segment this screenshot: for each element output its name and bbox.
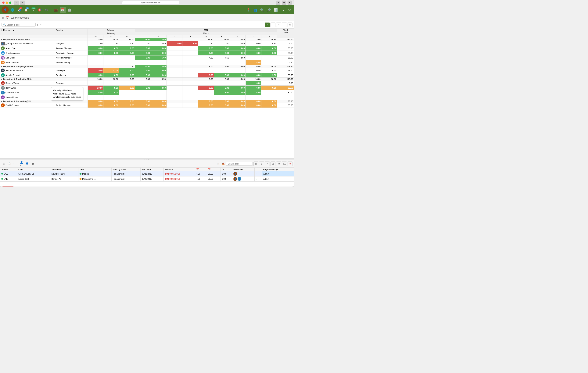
bottom-31-btn[interactable]: 31 bbox=[271, 162, 275, 166]
user-search-icon[interactable]: 🔎 bbox=[266, 7, 272, 13]
th-client: Client bbox=[17, 167, 50, 171]
minimize-button[interactable] bbox=[6, 1, 8, 4]
bottom-row-2[interactable]: 1718 Alpine Bank Banner Ad Manage the ..… bbox=[0, 176, 294, 182]
dp-9: 18.00 bbox=[262, 78, 277, 81]
row2-end: 15 03/02/2018 bbox=[164, 176, 195, 182]
settings-icon[interactable]: ⚙ bbox=[286, 7, 293, 13]
dept-consult-name: ▾ Department: Consulting(1 it... bbox=[0, 100, 55, 103]
collapse-icon-3[interactable]: ▾ bbox=[1, 78, 2, 80]
row1-job-no: 1703 bbox=[0, 171, 17, 176]
maximize-button[interactable] bbox=[9, 1, 11, 4]
anxo-4 bbox=[182, 46, 198, 51]
capacity-tooltip: Capacity: 8.00 hours Work hours: 11.00 h… bbox=[51, 87, 83, 101]
anxo-pos: Account Manager bbox=[55, 46, 87, 51]
print-icon[interactable]: 🖨 bbox=[280, 7, 286, 13]
people-icon[interactable]: 👥 bbox=[252, 7, 258, 13]
dco-9: 8.00 bbox=[262, 103, 277, 108]
new-tab-button[interactable]: ⧉ bbox=[282, 0, 286, 5]
url-input[interactable]: agency.workbook.net bbox=[122, 1, 179, 4]
bottom-90-btn[interactable]: 90 bbox=[276, 162, 281, 166]
d-acc-7: 16.50 bbox=[230, 38, 245, 41]
bw-7: 9.00 bbox=[230, 86, 245, 90]
tooltip-capacity: Capacity: 8.00 hours bbox=[53, 89, 81, 92]
timer-icon[interactable]: ⏱0.00 bbox=[30, 7, 36, 13]
david-row: DC David Coloma Project Manager 8.00 8.0… bbox=[0, 103, 294, 108]
globe-icon[interactable]: 🌐 bbox=[10, 7, 16, 13]
cc-26: 6.00 bbox=[87, 90, 103, 95]
undo-icon[interactable]: ↩ bbox=[12, 162, 17, 166]
d-acc-8: 12.00 bbox=[245, 38, 261, 41]
day-28: 28 bbox=[119, 35, 135, 38]
th-check bbox=[255, 167, 262, 171]
dco-27: 8.00 bbox=[104, 103, 119, 108]
alexander-avatar: AJ bbox=[1, 69, 5, 72]
schedule-icon[interactable]: 📅 bbox=[60, 7, 66, 13]
jm-total bbox=[277, 95, 294, 100]
mail-icon[interactable]: 📬4 bbox=[16, 7, 22, 13]
add-user-icon[interactable]: 👤+ bbox=[20, 162, 24, 166]
bottom-pane: ⎘ 📋 ↩ 👤+ 👤- 🗑 📋 📤 ⊞ 1 7 31 bbox=[0, 160, 294, 186]
end-date-1: 03/01/2018 bbox=[169, 173, 180, 175]
dc-1: 8.00 bbox=[135, 100, 151, 103]
user-avatar[interactable]: 👤 bbox=[1, 6, 9, 13]
peter-pos: Account Manag bbox=[55, 60, 87, 65]
cc-6: 6.00 bbox=[214, 90, 230, 95]
bottom-1-btn[interactable]: 1 bbox=[259, 162, 264, 166]
back-button[interactable]: ‹ bbox=[14, 0, 19, 5]
delete-icon[interactable]: 🗑 bbox=[31, 162, 35, 166]
remove-user-icon[interactable]: 👤- bbox=[25, 162, 30, 166]
bottom-7-btn[interactable]: 7 bbox=[265, 162, 270, 166]
forward-button[interactable]: › bbox=[20, 0, 25, 5]
pane-divider[interactable]: • • • bbox=[0, 158, 294, 160]
dco-3 bbox=[167, 103, 182, 108]
mar-label: March bbox=[135, 32, 277, 35]
dco-28: 8.00 bbox=[119, 103, 135, 108]
search-icon[interactable]: 🔍 bbox=[259, 7, 265, 13]
info-icon[interactable]: ℹ bbox=[37, 23, 38, 26]
dco-1: 8.00 bbox=[135, 103, 151, 108]
list-view-btn[interactable]: ☰ bbox=[282, 22, 287, 27]
paste-icon[interactable]: 📋 bbox=[7, 162, 11, 166]
filter-btn[interactable]: ⊟ bbox=[288, 22, 293, 27]
eye-icon[interactable]: 👁 bbox=[40, 23, 42, 26]
drag-icon[interactable]: ⣿ bbox=[1, 29, 2, 31]
schedule-table: ⣿ Resource ▲ Position February 2018 Tota… bbox=[0, 28, 294, 108]
target-icon[interactable]: 🎯 bbox=[37, 7, 43, 13]
checkmark-2: ✓ bbox=[256, 178, 257, 180]
close-button[interactable] bbox=[2, 1, 5, 4]
task-search-input[interactable] bbox=[226, 162, 253, 166]
ang-3 bbox=[167, 73, 182, 78]
briefcase-icon[interactable]: 💼 bbox=[53, 7, 59, 13]
week-view-btn[interactable]: 7 bbox=[271, 22, 275, 27]
d-acc-3 bbox=[167, 38, 182, 41]
bottom-365-btn[interactable]: 365 bbox=[282, 162, 287, 166]
grid-view-icon[interactable]: ⊞ bbox=[2, 16, 5, 19]
anxo-6: 6.00 bbox=[214, 46, 230, 51]
bottom-row-1[interactable]: 1703 Allen & Overy Llp New Brochure Desi… bbox=[0, 171, 294, 176]
report-icon[interactable]: 📊 bbox=[273, 7, 279, 13]
share-button[interactable]: ⬆ bbox=[276, 0, 280, 5]
collapse-icon-4[interactable]: ▾ bbox=[1, 100, 2, 103]
sidebar-toggle[interactable]: + bbox=[288, 0, 292, 5]
bottom-close-btn[interactable]: ✕ bbox=[288, 162, 293, 166]
unassign-icon[interactable]: 📤 bbox=[221, 162, 225, 166]
month-view-btn[interactable]: 31 bbox=[276, 22, 281, 27]
location-icon[interactable]: 📍 bbox=[245, 7, 252, 13]
bottom-grid-btn[interactable]: ⊞ bbox=[253, 162, 258, 166]
dco-6: 8.00 bbox=[214, 103, 230, 108]
search-input[interactable] bbox=[7, 24, 33, 26]
day-view-btn[interactable]: 1 bbox=[265, 22, 270, 27]
d-acc-28: 14.00 bbox=[119, 38, 135, 41]
alex-6 bbox=[214, 68, 230, 73]
dan-6: 4.50 bbox=[214, 55, 230, 60]
games-icon[interactable]: 🎮 bbox=[43, 7, 50, 13]
collapse-icon-1[interactable]: ▾ bbox=[1, 39, 2, 41]
th-booking: Booking status bbox=[112, 167, 141, 171]
demo-badge: DEMOWorkBook bbox=[2, 186, 14, 187]
copy-icon[interactable]: ⎘ bbox=[1, 162, 6, 166]
assign-icon[interactable]: 📋 bbox=[216, 162, 220, 166]
building-icon[interactable]: 🏢 bbox=[66, 7, 73, 13]
tasks-icon[interactable]: 📋2 bbox=[23, 7, 29, 13]
peter-avatar: PJ bbox=[1, 61, 5, 64]
collapse-icon-2[interactable]: ▾ bbox=[1, 65, 2, 68]
